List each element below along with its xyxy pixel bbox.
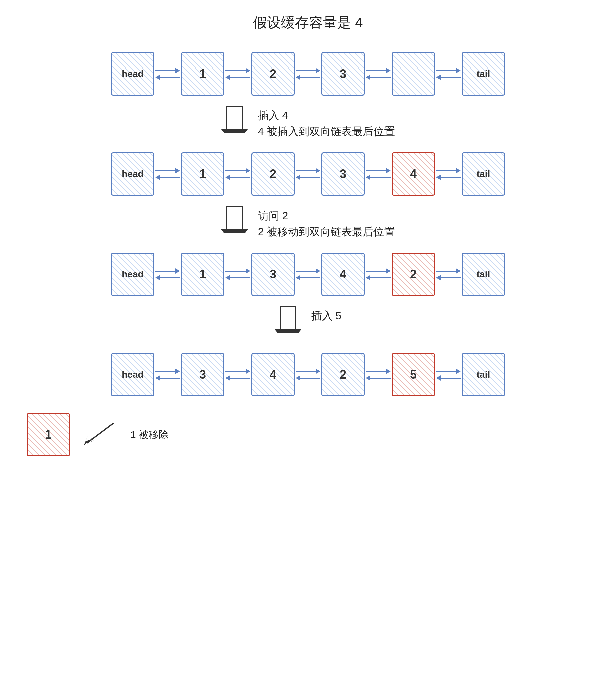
node-2-1: 1 bbox=[181, 152, 224, 196]
node-tail-1: tail bbox=[462, 52, 505, 95]
down-arrow-symbol-1 bbox=[221, 106, 248, 146]
node-2-2: 2 bbox=[251, 152, 295, 196]
diagonal-arrow-icon bbox=[80, 420, 120, 450]
node-head-2: head bbox=[111, 152, 154, 196]
removed-section: 1 1 被移除 bbox=[0, 413, 616, 456]
arrow-1-1 bbox=[154, 67, 181, 81]
linked-list-row-1: head 1 2 3 bbox=[111, 52, 505, 95]
node-head-1: head bbox=[111, 52, 154, 95]
down-arrow-2: 访问 2 2 被移动到双向链表最后位置 bbox=[0, 206, 616, 246]
node-4-1: 3 bbox=[181, 353, 224, 396]
node-3-2: 3 bbox=[251, 253, 295, 296]
arrow-1-3 bbox=[295, 67, 321, 81]
node-1-1: 1 bbox=[181, 52, 224, 95]
node-1-4 bbox=[392, 52, 435, 95]
svg-line-0 bbox=[87, 423, 114, 443]
arrow-1-4 bbox=[365, 67, 392, 81]
arrow-label-2: 访问 2 2 被移动到双向链表最后位置 bbox=[258, 206, 395, 240]
arrow-1-2 bbox=[224, 67, 251, 81]
node-3-1: 1 bbox=[181, 253, 224, 296]
page-title: 假设缓存容量是 4 bbox=[253, 13, 363, 32]
down-arrow-3: 插入 5 bbox=[0, 306, 616, 346]
node-1-2: 2 bbox=[251, 52, 295, 95]
node-tail-3: tail bbox=[462, 253, 505, 296]
linked-list-row-4: head 3 4 2 5 bbox=[111, 353, 505, 396]
node-tail-4: tail bbox=[462, 353, 505, 396]
removed-node: 1 bbox=[27, 413, 70, 456]
node-2-4: 4 bbox=[392, 152, 435, 196]
node-3-3: 4 bbox=[321, 253, 365, 296]
node-4-3: 2 bbox=[321, 353, 365, 396]
node-head-3: head bbox=[111, 253, 154, 296]
linked-list-row-2: head 1 2 3 4 bbox=[111, 152, 505, 196]
node-head-4: head bbox=[111, 353, 154, 396]
node-4-4: 5 bbox=[392, 353, 435, 396]
node-3-4: 2 bbox=[392, 253, 435, 296]
node-4-2: 4 bbox=[251, 353, 295, 396]
node-1-3: 3 bbox=[321, 52, 365, 95]
down-arrow-symbol-3 bbox=[274, 306, 301, 346]
arrow-label-1: 插入 4 4 被插入到双向链表最后位置 bbox=[258, 106, 395, 139]
removed-text: 1 被移除 bbox=[130, 428, 169, 442]
linked-list-row-3: head 1 3 4 2 bbox=[111, 253, 505, 296]
down-arrow-1: 插入 4 4 被插入到双向链表最后位置 bbox=[0, 106, 616, 146]
node-2-3: 3 bbox=[321, 152, 365, 196]
down-arrow-symbol-2 bbox=[221, 206, 248, 246]
arrow-1-5 bbox=[435, 67, 462, 81]
arrow-label-3: 插入 5 bbox=[311, 306, 342, 324]
node-tail-2: tail bbox=[462, 152, 505, 196]
